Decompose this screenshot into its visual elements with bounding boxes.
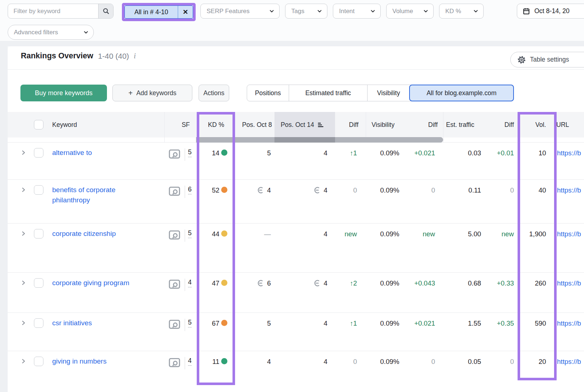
url-link[interactable]: https://b <box>557 318 584 328</box>
keyword-filter <box>8 4 114 19</box>
pos-curr-value: 4 <box>269 318 327 328</box>
gear-icon <box>517 55 526 64</box>
col-pos-curr[interactable]: Pos. Oct 14 <box>281 112 324 137</box>
expand-row-icon[interactable] <box>21 320 26 327</box>
col-volume[interactable]: Vol. <box>510 112 546 137</box>
serp-features-filter[interactable]: SERP Features <box>200 4 280 19</box>
panel-header: Rankings Overview 1-40 (40) i <box>21 51 136 61</box>
est-traffic-diff: 0 <box>477 357 514 366</box>
url-link[interactable]: https://b <box>557 357 584 366</box>
col-keyword[interactable]: Keyword <box>52 112 77 137</box>
add-keywords-label: Add keywords <box>136 89 176 97</box>
row-checkbox[interactable] <box>34 148 43 158</box>
row-checkbox[interactable] <box>34 229 43 238</box>
pos-diff: 0 <box>328 357 357 366</box>
keyword-filter-input[interactable] <box>8 4 98 18</box>
expand-row-icon[interactable] <box>21 358 26 365</box>
tab-visibility[interactable]: Visibility <box>367 85 410 101</box>
col-diff3[interactable]: Diff <box>477 112 514 137</box>
tags-filter[interactable]: Tags <box>285 4 327 19</box>
remove-filter-button[interactable]: ✕ <box>178 6 193 18</box>
col-pos-prev[interactable]: Pos. Oct 8 <box>228 112 272 137</box>
actions-button[interactable]: Actions <box>199 85 229 101</box>
serp-preview-icon[interactable] <box>168 229 181 242</box>
buy-more-keywords-button[interactable]: Buy more keywords <box>20 85 107 101</box>
visibility-diff: 0 <box>399 357 435 366</box>
link-icon <box>314 186 321 194</box>
search-button[interactable] <box>98 4 113 18</box>
advanced-filters[interactable]: Advanced filters <box>8 25 94 40</box>
tab-all-for-domain[interactable]: All for blog.example.com <box>409 85 514 101</box>
col-visibility[interactable]: Visibility <box>372 112 395 137</box>
pos-prev-value: 4 <box>227 185 271 195</box>
position-filter-highlight: All in # 4-10 ✕ <box>122 3 196 21</box>
col-sf[interactable]: SF <box>166 112 190 137</box>
chevron-down-icon <box>83 30 89 35</box>
keyword-link[interactable]: alternative to <box>52 148 147 158</box>
add-keywords-button[interactable]: + Add keywords <box>112 85 192 101</box>
kd-value: 11 <box>190 357 219 366</box>
expand-row-icon[interactable] <box>21 187 26 194</box>
row-checkbox[interactable] <box>34 278 43 288</box>
keyword-link[interactable]: csr initiatives <box>52 318 147 328</box>
link-icon <box>257 186 265 194</box>
serp-preview-icon[interactable] <box>168 357 181 370</box>
visibility-value: 0.09% <box>363 148 399 158</box>
row-checkbox[interactable] <box>34 318 43 328</box>
date-range-label: Oct 8-14, 20 <box>534 7 569 15</box>
keyword-link[interactable]: giving in numbers <box>52 356 147 366</box>
row-checkbox[interactable] <box>34 357 43 366</box>
serp-preview-icon[interactable] <box>168 148 181 162</box>
volume-value: 10 <box>510 148 546 158</box>
chevron-down-icon <box>317 8 322 14</box>
table-row: benefits of corporate philanthropy 6 52 … <box>8 179 584 223</box>
position-filter-chip[interactable]: All in # 4-10 ✕ <box>124 5 193 19</box>
kd-value: 47 <box>190 278 219 288</box>
col-url[interactable]: URL <box>556 112 569 137</box>
col-kd[interactable]: KD % <box>201 112 231 137</box>
view-tabs: Positions Estimated traffic Visibility A… <box>247 85 514 101</box>
pos-prev-value: 5 <box>227 318 271 328</box>
table-row: corporate citizenship 5 44 — 4 new 0.09%… <box>8 223 584 272</box>
cell-divider <box>185 186 185 198</box>
date-range-picker[interactable]: Oct 8-14, 20 <box>517 4 584 19</box>
keyword-link[interactable]: corporate giving program <box>52 278 147 288</box>
col-diff2[interactable]: Diff <box>401 112 438 137</box>
tab-estimated-traffic[interactable]: Estimated traffic <box>289 85 367 101</box>
kd-value: 14 <box>190 148 219 158</box>
volume-value: 260 <box>510 278 546 288</box>
cell-divider <box>185 148 185 161</box>
table-row: alternative to 5 14 5 4 ↑1 0.09% +0.021 … <box>8 142 584 179</box>
intent-filter[interactable]: Intent <box>333 4 381 19</box>
col-diff1[interactable]: Diff <box>329 112 358 137</box>
select-all-checkbox[interactable] <box>34 120 43 129</box>
url-link[interactable]: https://b <box>557 229 584 239</box>
page-title: Rankings Overview <box>21 51 93 61</box>
keyword-link[interactable]: corporate citizenship <box>52 229 147 239</box>
info-icon[interactable]: i <box>134 52 136 60</box>
volume-filter[interactable]: Volume <box>386 4 434 19</box>
cell-divider <box>185 279 185 291</box>
url-link[interactable]: https://b <box>557 278 584 288</box>
visibility-value: 0.09% <box>363 357 399 366</box>
url-link[interactable]: https://b <box>557 148 584 158</box>
url-link[interactable]: https://b <box>557 185 584 195</box>
kd-value: 67 <box>190 318 219 328</box>
serp-preview-icon[interactable] <box>168 186 181 199</box>
row-checkbox[interactable] <box>34 185 43 195</box>
table-header: Keyword SF KD % Pos. Oct 8 Pos. Oct 14 D… <box>8 112 584 137</box>
expand-row-icon[interactable] <box>21 231 26 238</box>
serp-preview-icon[interactable] <box>168 319 181 332</box>
pos-diff: ↑2 <box>328 278 357 288</box>
expand-row-icon[interactable] <box>21 280 26 287</box>
visibility-diff: +0.021 <box>399 318 435 328</box>
pos-prev-value: 5 <box>227 148 271 158</box>
expand-row-icon[interactable] <box>21 150 26 157</box>
pos-prev-value: — <box>227 229 271 239</box>
tab-positions[interactable]: Positions <box>247 85 289 101</box>
kd-filter[interactable]: KD % <box>439 4 484 19</box>
table-settings-button[interactable]: Table settings <box>510 52 584 67</box>
serp-preview-icon[interactable] <box>168 279 181 292</box>
keyword-link[interactable]: benefits of corporate philanthropy <box>52 185 147 205</box>
col-est-traffic[interactable]: Est. traffic <box>446 112 474 137</box>
